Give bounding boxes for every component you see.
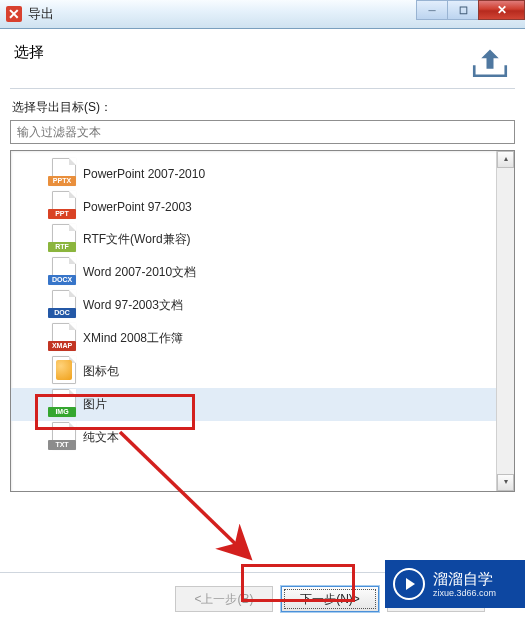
file-icon: TXT bbox=[51, 422, 77, 452]
filter-input[interactable] bbox=[10, 120, 515, 144]
export-icon bbox=[469, 39, 511, 84]
scroll-down-button[interactable]: ▾ bbox=[497, 474, 514, 491]
file-icon: IMG bbox=[51, 389, 77, 419]
list-item-label: 图片 bbox=[83, 396, 107, 413]
list-item[interactable]: DOCXWord 2007-2010文档 bbox=[11, 256, 497, 289]
filter-input-wrap bbox=[10, 120, 515, 144]
app-icon: ✕ bbox=[6, 6, 22, 22]
watermark-line1: 溜溜自学 bbox=[433, 570, 496, 588]
maximize-button[interactable]: ☐ bbox=[447, 0, 478, 20]
scroll-up-button[interactable]: ▴ bbox=[497, 151, 514, 168]
list-item-label: Word 2007-2010文档 bbox=[83, 264, 196, 281]
list-item-label: PowerPoint 97-2003 bbox=[83, 200, 192, 214]
list-item[interactable]: RTFRTF文件(Word兼容) bbox=[11, 223, 497, 256]
list-item-label: RTF文件(Word兼容) bbox=[83, 231, 191, 248]
list-item-label: Word 97-2003文档 bbox=[83, 297, 183, 314]
titlebar: ✕ 导出 ─ ☐ ✕ bbox=[0, 0, 525, 29]
list-item[interactable]: IMG图片 bbox=[11, 388, 497, 421]
list-item-label: PowerPoint 2007-2010 bbox=[83, 167, 205, 181]
file-icon: DOC bbox=[51, 290, 77, 320]
file-icon: PPT bbox=[51, 191, 77, 221]
scroll-track[interactable] bbox=[497, 168, 514, 474]
list-item-label: XMind 2008工作簿 bbox=[83, 330, 183, 347]
play-icon bbox=[393, 568, 425, 600]
list-item[interactable]: DOCWord 97-2003文档 bbox=[11, 289, 497, 322]
file-icon: XMAP bbox=[51, 323, 77, 353]
file-icon: PPTX bbox=[51, 158, 77, 188]
watermark-badge: 溜溜自学 zixue.3d66.com bbox=[385, 560, 525, 608]
list-item[interactable]: PPTPowerPoint 97-2003 bbox=[11, 190, 497, 223]
next-button[interactable]: 下一步(N)> bbox=[281, 586, 379, 612]
list-item[interactable]: 图标包 bbox=[11, 355, 497, 388]
back-button: <上一步(B) bbox=[175, 586, 273, 612]
list-item[interactable]: PPTXPowerPoint 2007-2010 bbox=[11, 157, 497, 190]
select-target-label: 选择导出目标(S)： bbox=[12, 99, 513, 116]
export-list: PPTXPowerPoint 2007-2010PPTPowerPoint 97… bbox=[10, 150, 515, 492]
window-title: 导出 bbox=[28, 5, 54, 23]
dialog-body: 选择 选择导出目标(S)： PPTXPowerPoint 2007-2010PP… bbox=[0, 29, 525, 624]
divider bbox=[10, 88, 515, 89]
list-item[interactable]: TXT纯文本 bbox=[11, 421, 497, 454]
page-title: 选择 bbox=[14, 39, 44, 62]
watermark-line2: zixue.3d66.com bbox=[433, 588, 496, 599]
file-icon: RTF bbox=[51, 224, 77, 254]
minimize-button[interactable]: ─ bbox=[416, 0, 447, 20]
close-button[interactable]: ✕ bbox=[478, 0, 525, 20]
window-controls: ─ ☐ ✕ bbox=[416, 0, 525, 20]
list-item[interactable]: XMAPXMind 2008工作簿 bbox=[11, 322, 497, 355]
file-icon: DOCX bbox=[51, 257, 77, 287]
list-item-label: 图标包 bbox=[83, 363, 119, 380]
file-icon bbox=[51, 356, 77, 386]
header-row: 选择 bbox=[10, 37, 515, 84]
list-item-label: 纯文本 bbox=[83, 429, 119, 446]
scrollbar[interactable]: ▴ ▾ bbox=[496, 151, 514, 491]
watermark-text: 溜溜自学 zixue.3d66.com bbox=[433, 570, 496, 599]
